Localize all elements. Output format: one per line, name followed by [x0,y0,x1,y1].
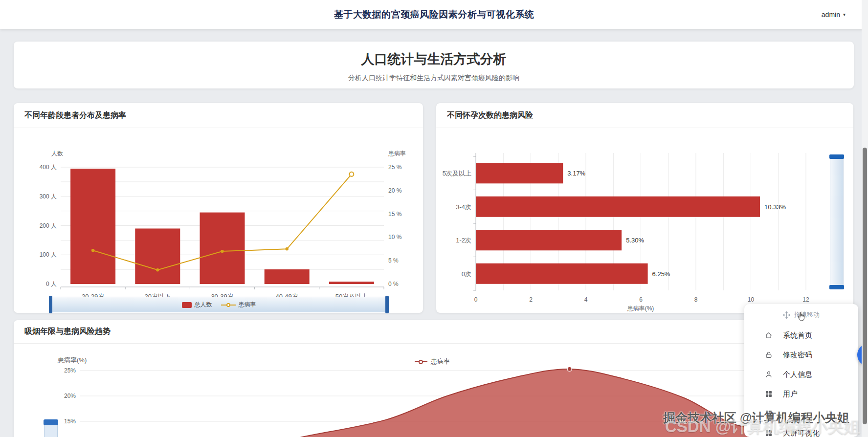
move-icon [783,311,790,319]
menu-item-label: 大屏可视化 [783,429,820,437]
page-subtitle: 分析人口统计学特征和生活方式因素对宫颈癌风险的影响 [14,74,854,83]
page-scrollbar[interactable] [862,0,868,437]
menu-item-bigscreen[interactable]: 大屏可视化 [744,423,858,437]
svg-text:6: 6 [639,296,643,303]
drag-handle[interactable]: 拖拽移动 [744,304,858,326]
risk-bars[interactable] [476,163,760,284]
svg-text:20 %: 20 % [388,187,402,194]
line-swatch [415,361,427,362]
menu-item-hidden[interactable] [744,404,858,423]
menu-item-home[interactable]: 系统首页 [744,326,858,345]
drag-label: 拖拽移动 [794,310,820,319]
svg-text:5.30%: 5.30% [626,237,644,244]
admin-dropdown[interactable]: admin ▾ [822,0,846,29]
user-icon [765,371,773,378]
svg-text:20%: 20% [64,393,76,399]
admin-username: admin [822,11,840,19]
svg-text:0 人: 0 人 [46,281,57,287]
svg-text:人数: 人数 [51,150,63,157]
svg-text:0次: 0次 [462,270,471,278]
menu-item-users[interactable]: 用户 [744,384,858,404]
age-chart-legend: 总人数 患病率 [50,301,387,309]
svg-text:15 %: 15 % [388,211,402,218]
grid-icon [765,429,773,437]
y-axis-labels: 患病率(%)25%20%15% [57,356,87,425]
menu-item-label: 个人信息 [783,370,812,379]
age-chart-card: 不同年龄段患者分布及患病率 人数400 人300 人200 人100 人0 人患… [14,103,423,313]
svg-text:300 人: 300 人 [40,193,57,200]
datazoom-handle[interactable] [44,419,58,425]
svg-text:患病率(%): 患病率(%) [627,305,654,312]
smoking-chart-card: 吸烟年限与患病风险趋势 患病率(%)25%20%15% 患病率 [14,320,854,437]
datazoom-bottom-handle[interactable] [829,285,844,289]
svg-text:8: 8 [694,296,698,303]
peak-marker [567,367,572,371]
grid-icon [765,390,773,398]
grid-icon [765,410,773,417]
svg-text:25 %: 25 % [388,164,402,171]
x-axis [61,287,384,289]
lock-icon [765,351,773,359]
menu-item-label: 用户 [783,390,798,399]
y-axis-left-labels: 人数400 人300 人200 人100 人0 人 [40,150,63,287]
page-title: 人口统计与生活方式分析 [14,42,854,68]
svg-text:0 %: 0 % [388,281,399,287]
menu-item-label: 系统首页 [783,331,812,340]
svg-text:4: 4 [584,296,588,303]
menu-item-password[interactable]: 修改密码 [744,345,858,365]
app-header: 基于大数据的宫颈癌风险因素分析与可视化系统 admin ▾ [0,0,868,29]
datazoom-mini-slider[interactable] [44,420,58,437]
scrollbar-thumb[interactable] [863,148,867,424]
svg-text:3.17%: 3.17% [567,170,585,177]
svg-text:10: 10 [748,296,755,303]
category-labels: 5次及以上3-4次1-2次0次 [443,170,471,278]
svg-text:400 人: 400 人 [40,164,57,171]
smoking-trend-chart[interactable]: 患病率(%)25%20%15% [14,320,854,437]
hero-card: 人口统计与生活方式分析 分析人口统计学特征和生活方式因素对宫颈癌风险的影响 [14,42,854,88]
svg-text:100 人: 100 人 [40,251,57,258]
app-title: 基于大数据的宫颈癌风险因素分析与可视化系统 [0,0,868,29]
svg-text:3-4次: 3-4次 [456,203,471,211]
svg-text:10.33%: 10.33% [764,203,786,211]
svg-text:5次及以上: 5次及以上 [443,170,471,177]
svg-text:5 %: 5 % [388,257,399,264]
datazoom-top-handle[interactable] [829,154,844,159]
svg-text:6.25%: 6.25% [652,270,670,278]
y-axis-right-labels: 患病率25 %20 %15 %10 %5 %0 % [388,150,406,287]
menu-item-label: 修改密码 [783,350,812,360]
legend-total-count[interactable]: 总人数 [182,301,212,309]
svg-text:12: 12 [802,296,809,303]
svg-text:25%: 25% [64,367,76,374]
svg-text:2: 2 [529,296,533,303]
datazoom-slider-vertical[interactable] [830,155,844,288]
home-icon [765,331,773,339]
menu-item-profile[interactable]: 个人信息 [744,365,858,384]
svg-text:10 %: 10 % [388,234,402,240]
pregnancy-chart-card: 不同怀孕次数的患病风险 3.17%10.33%5.30%6.25%5次及以上3-… [436,103,853,313]
smoking-chart-legend[interactable]: 患病率 [415,357,450,366]
total-count-bars[interactable] [70,169,374,284]
svg-text:1-2次: 1-2次 [456,237,471,244]
svg-text:15%: 15% [64,418,76,425]
age-distribution-chart[interactable]: 人数400 人300 人200 人100 人0 人患病率25 %20 %15 %… [14,103,423,313]
chevron-down-icon: ▾ [843,12,846,17]
pregnancy-risk-chart[interactable]: 3.17%10.33%5.30%6.25%5次及以上3-4次1-2次0次0246… [436,103,853,313]
line-swatch [221,305,236,306]
dashboard-page: { "header": { "title": "基于大数据的宫颈癌风险因素分析与… [0,0,868,437]
floating-nav-menu: 拖拽移动 系统首页 修改密码 个人信息 用户 [744,304,858,437]
svg-text:患病率(%): 患病率(%) [57,356,87,364]
svg-text:患病率: 患病率 [388,150,406,157]
svg-text:200 人: 200 人 [40,222,57,229]
legend-prevalence[interactable]: 患病率 [221,301,256,309]
bar-swatch [182,302,192,308]
svg-text:0: 0 [474,296,478,303]
bar-value-labels: 3.17%10.33%5.30%6.25% [567,170,786,278]
